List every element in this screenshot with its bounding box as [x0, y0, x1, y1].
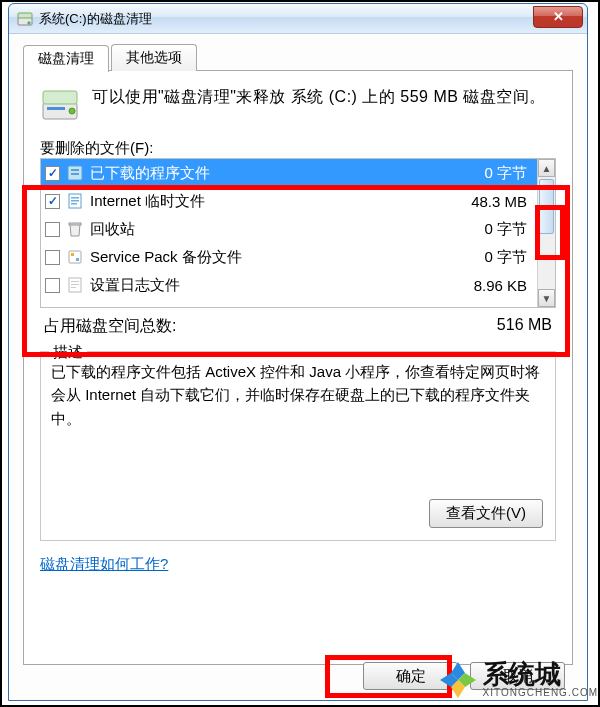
- ok-button[interactable]: 确定: [363, 662, 458, 690]
- svg-rect-12: [71, 200, 79, 202]
- svg-rect-1: [18, 13, 32, 18]
- help-link[interactable]: 磁盘清理如何工作?: [40, 555, 168, 574]
- tab-disk-cleanup[interactable]: 磁盘清理: [23, 45, 109, 72]
- cancel-button[interactable]: 取消: [470, 662, 565, 690]
- file-name: 回收站: [90, 220, 478, 239]
- file-row[interactable]: Service Pack 备份文件0 字节: [41, 243, 537, 271]
- file-type-icon: [66, 192, 84, 210]
- view-files-button[interactable]: 查看文件(V): [429, 499, 543, 528]
- file-checkbox[interactable]: [45, 166, 60, 181]
- file-name: Internet 临时文件: [90, 192, 465, 211]
- scroll-down-icon[interactable]: ▼: [538, 289, 555, 307]
- file-size: 48.3 MB: [471, 193, 533, 210]
- svg-rect-4: [43, 91, 77, 104]
- file-type-icon: [66, 164, 84, 182]
- svg-rect-13: [71, 203, 77, 205]
- titlebar[interactable]: 系统(C:)的磁盘清理 ✕: [9, 4, 587, 34]
- file-size: 0 字节: [484, 220, 533, 239]
- svg-rect-19: [71, 281, 79, 282]
- tab-panel: 可以使用"磁盘清理"来释放 系统 (C:) 上的 559 MB 磁盘空间。 要删…: [23, 70, 573, 665]
- svg-rect-9: [71, 173, 79, 175]
- dialog-window: 系统(C:)的磁盘清理 ✕ 磁盘清理 其他选项 可以使用"磁盘清理"来释放 系统…: [8, 3, 588, 701]
- file-checkbox[interactable]: [45, 194, 60, 209]
- close-icon: ✕: [553, 9, 564, 24]
- drive-icon: [40, 85, 80, 125]
- files-section-label: 要删除的文件(F):: [40, 139, 556, 158]
- file-name: Service Pack 备份文件: [90, 248, 478, 267]
- description-legend: 描述: [49, 340, 87, 363]
- file-checkbox[interactable]: [45, 250, 60, 265]
- svg-point-2: [28, 21, 30, 23]
- dialog-body: 磁盘清理 其他选项 可以使用"磁盘清理"来释放 系统 (C:) 上的 559 M…: [9, 34, 587, 700]
- file-type-icon: [66, 276, 84, 294]
- file-checkbox[interactable]: [45, 278, 60, 293]
- scroll-thumb[interactable]: [539, 179, 554, 234]
- file-checkbox[interactable]: [45, 222, 60, 237]
- file-type-icon: [66, 248, 84, 266]
- file-list-box: 已下载的程序文件0 字节Internet 临时文件48.3 MB回收站0 字节S…: [40, 158, 556, 308]
- file-row[interactable]: Internet 临时文件48.3 MB: [41, 187, 537, 215]
- intro-text: 可以使用"磁盘清理"来释放 系统 (C:) 上的 559 MB 磁盘空间。: [92, 85, 546, 125]
- file-size: 8.96 KB: [474, 277, 533, 294]
- window-title: 系统(C:)的磁盘清理: [39, 10, 152, 28]
- svg-rect-15: [69, 251, 81, 263]
- file-row[interactable]: 已下载的程序文件0 字节: [41, 159, 537, 187]
- scroll-up-icon[interactable]: ▲: [538, 159, 555, 177]
- svg-rect-20: [71, 284, 79, 285]
- svg-rect-5: [47, 107, 65, 110]
- file-row[interactable]: 回收站0 字节: [41, 215, 537, 243]
- description-text: 已下载的程序文件包括 ActiveX 控件和 Java 小程序，你查看特定网页时…: [51, 360, 545, 430]
- svg-rect-17: [76, 258, 79, 261]
- svg-rect-11: [71, 197, 79, 199]
- close-button[interactable]: ✕: [533, 6, 583, 28]
- description-group: 描述 已下载的程序文件包括 ActiveX 控件和 Java 小程序，你查看特定…: [40, 351, 556, 541]
- tab-other-options[interactable]: 其他选项: [111, 44, 197, 71]
- svg-rect-21: [71, 287, 76, 288]
- file-list[interactable]: 已下载的程序文件0 字节Internet 临时文件48.3 MB回收站0 字节S…: [41, 159, 537, 307]
- svg-rect-16: [71, 253, 74, 256]
- svg-rect-8: [71, 169, 79, 171]
- svg-rect-14: [69, 223, 81, 225]
- file-name: 已下载的程序文件: [90, 164, 478, 183]
- total-label: 占用磁盘空间总数:: [44, 316, 176, 337]
- file-size: 0 字节: [484, 248, 533, 267]
- scrollbar[interactable]: ▲ ▼: [537, 159, 555, 307]
- file-type-icon: [66, 220, 84, 238]
- file-row[interactable]: 设置日志文件8.96 KB: [41, 271, 537, 299]
- svg-point-6: [69, 108, 75, 114]
- file-size: 0 字节: [484, 164, 533, 183]
- total-value: 516 MB: [497, 316, 552, 337]
- file-name: 设置日志文件: [90, 276, 468, 295]
- disk-cleanup-icon: [17, 11, 33, 27]
